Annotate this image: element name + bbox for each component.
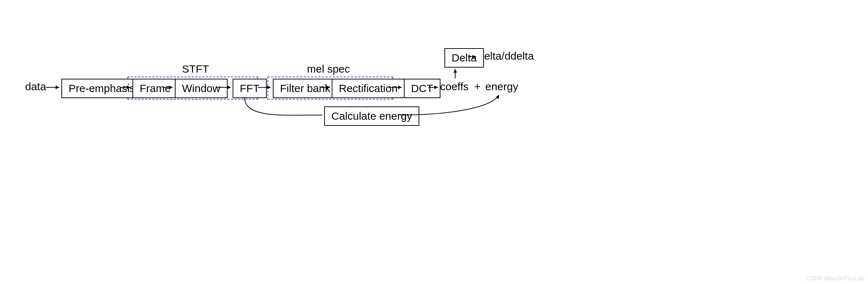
curve-energy-to-energy-label: [400, 95, 499, 115]
curve-fft-to-energy: [244, 97, 322, 115]
arrow-icon: [46, 57, 476, 87]
arrows-layer: [0, 0, 868, 284]
watermark: CSDN @audioFluxLab: [806, 275, 864, 282]
